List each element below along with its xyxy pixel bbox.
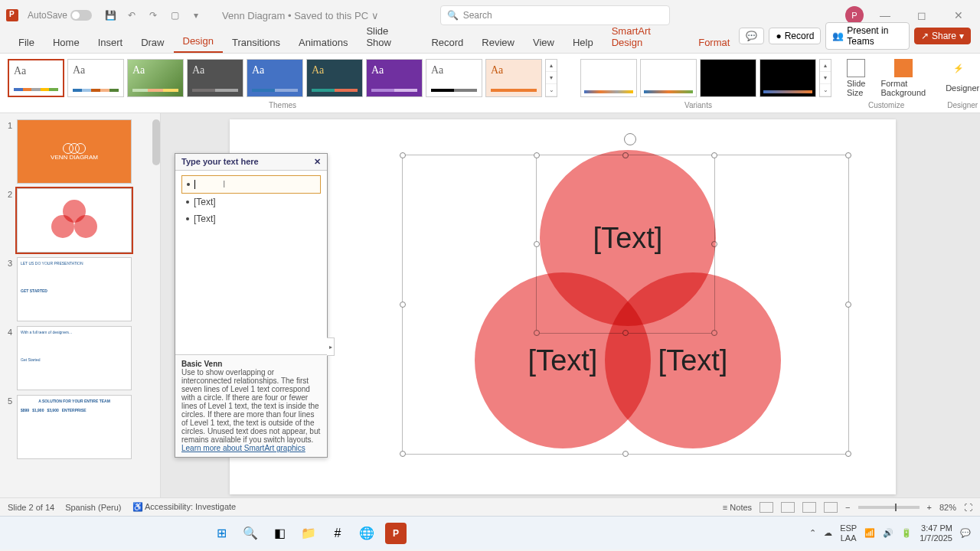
themes-more-button[interactable]: ▴▾⌄ <box>545 59 557 97</box>
selection-handle[interactable] <box>845 152 851 158</box>
accessibility-status[interactable]: ♿ Accessibility: Investigate <box>132 502 237 512</box>
document-title[interactable]: Venn Diagram • Saved to this PC ∨ <box>222 10 379 21</box>
thumb-text: LET US DO YOUR PRESENTATION <box>21 261 128 266</box>
slide-thumbnail-3[interactable]: LET US DO YOUR PRESENTATION GET STARTED <box>17 257 132 321</box>
text-pane-item-1[interactable]: I <box>181 175 321 194</box>
present-icon[interactable]: ▢ <box>168 9 181 21</box>
onedrive-icon[interactable]: ☁ <box>824 528 832 538</box>
variant-item[interactable] <box>760 59 816 97</box>
selection-handle[interactable] <box>400 152 406 158</box>
tab-transitions[interactable]: Transitions <box>223 32 289 53</box>
wifi-icon[interactable]: 📶 <box>864 528 875 538</box>
designer-button[interactable]: ⚡ Designer <box>938 64 980 93</box>
learn-more-link[interactable]: Learn more about SmartArt graphics <box>181 444 305 452</box>
slide[interactable]: [Text] [Text] [Text] <box>230 119 896 494</box>
theme-item[interactable]: Aa <box>366 59 423 97</box>
keyboard-language[interactable]: ESP LAA <box>840 523 857 542</box>
slideshow-view-icon[interactable] <box>824 502 838 513</box>
zoom-slider[interactable] <box>858 506 920 509</box>
theme-item[interactable]: Aa <box>426 59 482 97</box>
text-pane-item-3[interactable]: [Text] <box>181 210 321 227</box>
tab-format[interactable]: Format <box>689 32 739 53</box>
taskbar-search-icon[interactable]: 🔍 <box>240 523 261 544</box>
tab-animations[interactable]: Animations <box>289 32 357 53</box>
slide-canvas[interactable]: Type your text here ✕ I [Text] [Text] Ba… <box>161 113 980 497</box>
slide-size-button[interactable]: Slide Size <box>839 59 873 97</box>
variants-more-button[interactable]: ▴▾⌄ <box>819 59 831 97</box>
tab-view[interactable]: View <box>524 32 564 53</box>
tab-help[interactable]: Help <box>564 32 603 53</box>
theme-item[interactable]: Aa <box>127 59 184 97</box>
language-status[interactable]: Spanish (Peru) <box>65 503 121 512</box>
thumbnails-scrollbar[interactable] <box>152 119 160 165</box>
qat-more-icon[interactable]: ▾ <box>190 9 202 21</box>
variant-item[interactable] <box>580 59 637 97</box>
venn-diagram[interactable]: [Text] [Text] [Text] <box>475 150 781 456</box>
text-pane-close-icon[interactable]: ✕ <box>314 157 321 167</box>
selection-handle[interactable] <box>400 451 406 457</box>
undo-icon[interactable]: ↶ <box>126 9 138 21</box>
battery-icon[interactable]: 🔋 <box>901 528 912 538</box>
zoom-in-icon[interactable]: + <box>927 503 932 512</box>
chrome-icon[interactable]: 🌐 <box>356 523 377 544</box>
tab-insert[interactable]: Insert <box>89 32 132 53</box>
slide-thumbnail-4[interactable]: With a full team of designers... Get Sta… <box>17 326 132 390</box>
autosave-toggle[interactable]: AutoSave <box>28 10 92 21</box>
tab-draw[interactable]: Draw <box>132 32 173 53</box>
toggle-off-icon[interactable] <box>70 10 92 21</box>
reading-view-icon[interactable] <box>802 502 816 513</box>
normal-view-icon[interactable] <box>760 502 773 513</box>
comments-button[interactable]: 💬 <box>739 28 764 44</box>
zoom-out-icon[interactable]: − <box>845 503 850 512</box>
notes-button[interactable]: ≡ Notes <box>723 503 752 512</box>
redo-icon[interactable]: ↷ <box>147 9 159 21</box>
slack-icon[interactable]: # <box>327 523 348 544</box>
tab-record[interactable]: Record <box>422 32 472 53</box>
rotation-handle-icon[interactable] <box>624 133 636 145</box>
start-icon[interactable]: ⊞ <box>211 523 232 544</box>
tab-review[interactable]: Review <box>472 32 524 53</box>
record-button[interactable]: ● Record <box>769 28 821 44</box>
zoom-level[interactable]: 82% <box>939 503 956 512</box>
slide-thumbnail-1[interactable]: VENN DIAGRAM <box>17 119 132 184</box>
tab-design[interactable]: Design <box>174 31 223 53</box>
slide-thumbnail-2[interactable] <box>17 188 132 253</box>
venn-circle-3[interactable]: [Text] <box>605 272 781 448</box>
save-icon[interactable]: 💾 <box>104 9 116 21</box>
present-teams-button[interactable]: 👥 Present in Teams <box>825 22 910 50</box>
variant-item[interactable] <box>700 59 756 97</box>
sorter-view-icon[interactable] <box>781 502 795 513</box>
slide-counter[interactable]: Slide 2 of 14 <box>8 503 54 512</box>
theme-aa: Aa <box>371 64 417 77</box>
tab-slideshow[interactable]: Slide Show <box>357 21 422 53</box>
slide-thumbnail-5[interactable]: A SOLUTION FOR YOUR ENTIRE TEAM $899 $1,… <box>17 395 132 459</box>
tab-smartart-design[interactable]: SmartArt Design <box>603 21 690 53</box>
fit-window-icon[interactable]: ⛶ <box>964 503 972 512</box>
powerpoint-taskbar-icon[interactable]: P <box>385 523 407 544</box>
selection-handle[interactable] <box>845 302 851 308</box>
tab-home[interactable]: Home <box>44 32 89 53</box>
text-pane-item-2[interactable]: [Text] <box>181 194 321 210</box>
notifications-icon[interactable]: 💬 <box>960 528 971 538</box>
variant-item[interactable] <box>640 59 697 97</box>
theme-item[interactable]: Aa <box>8 59 64 97</box>
clock[interactable]: 3:47 PM 1/7/2025 <box>920 523 952 542</box>
explorer-icon[interactable]: 📁 <box>298 523 319 544</box>
task-view-icon[interactable]: ◧ <box>269 523 290 544</box>
slide-thumbnails: 1 VENN DIAGRAM 2 3 LET US DO YOUR PRESEN… <box>0 113 161 497</box>
tray-chevron-icon[interactable]: ⌃ <box>809 528 816 538</box>
share-button[interactable]: ↗ Share ▾ <box>914 28 971 44</box>
theme-item[interactable]: Aa <box>187 59 243 97</box>
selection-handle[interactable] <box>400 302 406 308</box>
selection-handle[interactable] <box>845 451 851 457</box>
theme-item[interactable]: Aa <box>247 59 303 97</box>
theme-item[interactable]: Aa <box>485 59 542 97</box>
tray-kb: LAA <box>840 533 857 543</box>
thumb-price: $1,900 <box>32 408 44 412</box>
tab-file[interactable]: File <box>9 32 44 53</box>
theme-item[interactable]: Aa <box>306 59 363 97</box>
text-pane-toggle[interactable]: ▸ <box>327 337 335 356</box>
format-background-button[interactable]: Format Background <box>873 59 933 97</box>
volume-icon[interactable]: 🔊 <box>883 528 893 538</box>
theme-item[interactable]: Aa <box>67 59 124 97</box>
